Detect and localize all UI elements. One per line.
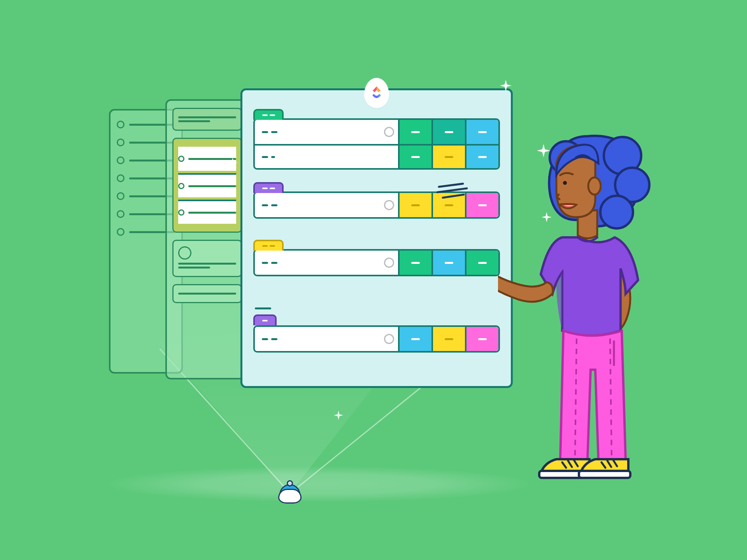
svg-point-3 [600,196,633,228]
avatar-icon [384,334,394,344]
status-cell[interactable] [431,327,465,351]
card [172,138,242,233]
status-cell[interactable] [398,146,431,168]
person-illustration [498,121,654,494]
status-cell[interactable] [431,120,465,144]
status-cell[interactable] [398,251,431,275]
status-cell[interactable] [431,146,465,168]
group-tab[interactable] [253,182,284,193]
status-cell[interactable] [431,251,465,275]
avatar-icon [384,258,394,268]
task-name-cell [255,327,398,351]
status-cell[interactable] [465,251,498,275]
status-cell[interactable] [398,327,431,351]
task-name-cell [255,251,398,275]
status-cell[interactable] [465,146,498,168]
status-cell[interactable] [465,120,498,144]
sparkle-icon [334,411,343,420]
task-group [253,118,500,170]
task-name-cell [255,193,398,217]
illustration-scene [0,0,747,560]
task-row[interactable] [255,120,498,144]
svg-point-5 [563,181,567,185]
task-row[interactable] [255,251,498,275]
middle-panel-cards [165,99,249,379]
avatar-icon [384,200,394,210]
task-group [253,316,500,353]
task-row[interactable] [255,327,498,351]
front-panel-board [240,88,513,388]
group-tab[interactable] [253,109,284,120]
sparkle-icon [500,80,512,91]
clickup-logo-icon [364,78,389,108]
group-label-line [255,307,271,309]
status-cell[interactable] [398,193,431,217]
sparkle-icon [228,158,238,168]
motion-lines-icon [436,182,482,202]
task-name-cell [255,146,398,168]
svg-point-4 [588,177,601,195]
group-tab[interactable] [253,314,277,325]
task-group [253,249,500,276]
avatar-icon [384,127,394,137]
status-cell[interactable] [398,120,431,144]
status-cell[interactable] [465,327,498,351]
hologram-projector [278,484,302,504]
task-name-cell [255,120,398,144]
card [172,284,242,303]
card [172,108,242,131]
svg-rect-7 [579,471,630,478]
floor-shadow [109,467,529,502]
card [172,240,242,277]
group-tab[interactable] [253,240,284,251]
task-row[interactable] [255,144,498,168]
